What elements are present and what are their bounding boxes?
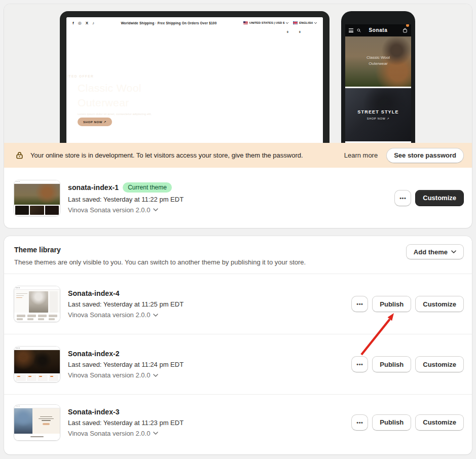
mobile-hero: Classic Wool Outerwear [345, 36, 411, 87]
store-preview-panel: f ◎ X ♪ Worldwide Shipping · Free Shippi… [4, 4, 472, 143]
theme-name: Sonata-index-3 [68, 408, 120, 416]
publish-button[interactable]: Publish [372, 414, 411, 431]
theme-library-card: Theme library These themes are only visi… [4, 236, 472, 454]
cart-count-badge [406, 24, 409, 27]
customize-button[interactable]: Customize [415, 296, 464, 312]
wishlist-count-badge: 0 [286, 30, 289, 34]
theme-name: Sonata-index-4 [68, 289, 120, 297]
mobile-store-header: Sonata [345, 24, 411, 36]
customize-button[interactable]: Customize [415, 356, 464, 372]
customize-button[interactable]: Customize [415, 414, 464, 431]
x-icon: X [86, 21, 88, 25]
cart-count-badge: 0 [298, 30, 302, 34]
customize-button[interactable]: Customize [415, 190, 464, 206]
mobile-street-style-section: STREET STYLE SHOP NOW ↗ [345, 88, 411, 141]
more-actions-button[interactable]: ••• [394, 190, 411, 206]
theme-version-selector[interactable]: Vinova Sonata version 2.0.0 [68, 371, 184, 379]
hero-eyebrow: LIMITED OFFER [66, 74, 94, 78]
theme-version-selector[interactable]: Vinova Sonata version 2.0.0 [68, 206, 184, 214]
current-theme-row: sonata-index-1 Current theme Last saved:… [4, 168, 472, 228]
language-selector: ENGLISH [293, 21, 317, 24]
publish-button[interactable]: Publish [372, 296, 411, 312]
add-theme-button[interactable]: Add theme [406, 244, 464, 259]
learn-more-link[interactable]: Learn more [344, 151, 378, 159]
social-icons: f ◎ X ♪ [72, 21, 94, 25]
desktop-hero: Search Sonata 0 [66, 28, 323, 143]
chevron-down-icon [153, 374, 158, 377]
theme-row-sonata-index-4: Sonata-index-4 Last saved: Yesterday at … [4, 274, 472, 334]
theme-row-sonata-index-3: Sonata-index-3 Last saved: Yesterday at … [4, 394, 472, 450]
theme-last-saved: Last saved: Yesterday at 11:25 pm EDT [68, 300, 184, 308]
chevron-down-icon [314, 22, 317, 24]
desktop-browser-topbar: f ◎ X ♪ Worldwide Shipping · Free Shippi… [66, 17, 323, 28]
chevron-down-icon [286, 22, 288, 24]
theme-last-saved: Last saved: Yesterday at 11:24 pm EDT [68, 361, 184, 368]
desktop-preview-frame: f ◎ X ♪ Worldwide Shipping · Free Shippi… [60, 11, 329, 143]
theme-name: sonata-index-1 [68, 183, 119, 192]
cart-icon [402, 26, 408, 35]
publish-button[interactable]: Publish [372, 356, 411, 372]
us-flag-icon [243, 21, 248, 24]
lock-icon [15, 151, 24, 160]
see-store-password-button[interactable]: See store password [386, 148, 464, 163]
more-actions-button[interactable]: ••• [351, 296, 368, 312]
themes-page: f ◎ X ♪ Worldwide Shipping · Free Shippi… [0, 0, 476, 459]
chevron-down-icon [153, 432, 158, 435]
theme-thumbnail [14, 405, 60, 440]
more-actions-button[interactable]: ••• [351, 414, 368, 431]
theme-thumbnail [14, 347, 60, 382]
theme-thumbnail [14, 180, 60, 216]
shop-now-link: SHOP NOW ↗ [367, 117, 390, 120]
more-actions-button[interactable]: ••• [351, 356, 368, 372]
hero-title: Classic Wool Outerwear [78, 81, 141, 110]
announcement-bar: Worldwide Shipping · Free Shipping On Or… [121, 21, 216, 25]
cart-icon: 0 [294, 32, 300, 42]
instagram-icon: ◎ [78, 21, 82, 25]
current-theme-card: f ◎ X ♪ Worldwide Shipping · Free Shippi… [4, 4, 472, 228]
theme-row-sonata-index-2: Sonata-index-2 Last saved: Yesterday at … [4, 334, 472, 394]
country-selector: UNITED STATES | USD $ [243, 21, 288, 24]
mobile-hero-title: Classic Wool Outerwear [345, 55, 411, 67]
store-logo: Sonata [345, 27, 411, 33]
store-nav: Search Sonata 0 [66, 31, 323, 43]
theme-name: Sonata-index-2 [68, 350, 120, 358]
chevron-down-icon [153, 314, 158, 317]
theme-version-selector[interactable]: Vinova Sonata version 2.0.0 [68, 430, 184, 437]
chevron-down-icon [451, 250, 456, 253]
chevron-down-icon [153, 208, 158, 211]
tiktok-icon: ♪ [92, 21, 94, 25]
theme-thumbnail [14, 286, 60, 322]
theme-version-selector[interactable]: Vinova Sonata version 2.0.0 [68, 311, 184, 319]
theme-library-title: Theme library [14, 246, 464, 254]
shop-now-button: SHOP NOW ↗ [78, 118, 112, 126]
mobile-preview-frame: Sonata Classic Wool Outerwear [341, 11, 415, 143]
facebook-icon: f [72, 21, 74, 25]
theme-last-saved: Last saved: Yesterday at 11:23 pm EDT [68, 419, 184, 427]
hero-subtitle: Lorem ipsum dolor sit amet, consectetur … [78, 112, 152, 116]
mobile-preview-screen: Sonata Classic Wool Outerwear [345, 24, 411, 143]
banner-message: Your online store is in development. To … [30, 151, 338, 159]
current-theme-badge: Current theme [123, 182, 172, 193]
uk-flag-icon [293, 21, 298, 24]
theme-library-description: These themes are only visible to you. Yo… [14, 258, 464, 266]
theme-last-saved: Last saved: Yesterday at 11:22 pm EDT [68, 196, 184, 203]
desktop-preview-screen: f ◎ X ♪ Worldwide Shipping · Free Shippi… [66, 17, 323, 143]
wishlist-icon: 0 [282, 32, 287, 42]
dev-store-banner: Your online store is in development. To … [4, 143, 472, 168]
